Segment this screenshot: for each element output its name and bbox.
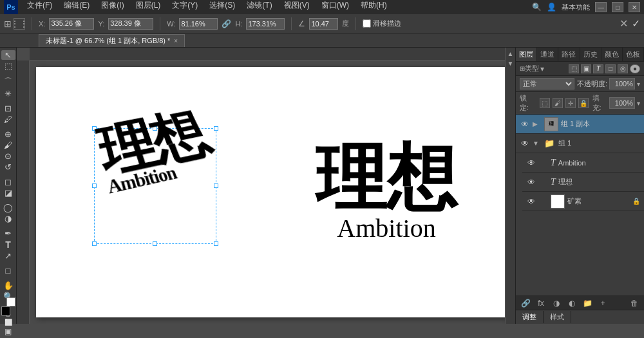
workspace-label[interactable]: 基本功能 bbox=[562, 3, 590, 12]
h-input[interactable] bbox=[246, 18, 285, 30]
menu-view[interactable]: 视图(V) bbox=[281, 0, 312, 14]
menu-edit[interactable]: 编辑(E) bbox=[61, 0, 92, 14]
maximize-btn[interactable]: □ bbox=[612, 2, 623, 12]
blend-mode-select[interactable]: 正常 bbox=[520, 78, 574, 89]
handle-ml[interactable] bbox=[92, 183, 97, 188]
menu-select[interactable]: 选择(S) bbox=[207, 0, 238, 14]
lock-all-btn[interactable]: 🔒 bbox=[578, 98, 589, 108]
filter-pixel-btn[interactable]: ⬚ bbox=[569, 64, 579, 73]
new-fill-btn[interactable]: ◐ bbox=[566, 298, 578, 308]
tab-paths[interactable]: 路径 bbox=[558, 48, 580, 61]
lock-transparent-btn[interactable]: ⬚ bbox=[540, 98, 550, 108]
blur-tool[interactable]: ◯ bbox=[1, 203, 15, 212]
opacity-dropdown[interactable]: ▾ bbox=[637, 80, 640, 88]
tab-swatches[interactable]: 色板 bbox=[623, 48, 644, 61]
tab-history[interactable]: 历史 bbox=[580, 48, 601, 61]
menu-image[interactable]: 图像(I) bbox=[99, 0, 126, 14]
handle-bm[interactable] bbox=[153, 241, 157, 246]
handle-br[interactable] bbox=[214, 241, 218, 246]
link-layers-btn[interactable]: 🔗 bbox=[520, 298, 531, 308]
lock-position-btn[interactable]: ✛ bbox=[565, 98, 576, 108]
vert-btn1[interactable]: ▲ bbox=[507, 50, 514, 57]
eraser-tool[interactable]: ◻ bbox=[1, 177, 15, 187]
pen-tool[interactable]: ✒ bbox=[1, 229, 15, 238]
filter-adjust-btn[interactable]: ▣ bbox=[581, 64, 591, 73]
brush-tool[interactable]: 🖌 bbox=[1, 140, 15, 150]
lock-image-btn[interactable]: 🖌 bbox=[553, 98, 563, 108]
new-layer-btn[interactable]: + bbox=[597, 298, 609, 308]
layer-item-group1[interactable]: 👁 ▼ 📁 组 1 bbox=[516, 134, 644, 153]
dodge-tool[interactable]: ◑ bbox=[1, 214, 15, 223]
menu-layer[interactable]: 图层(L) bbox=[133, 0, 164, 14]
history-brush-tool[interactable]: ↺ bbox=[1, 162, 15, 172]
tab-layers[interactable]: 图层 bbox=[516, 48, 537, 61]
quick-mask[interactable]: ⬜ bbox=[1, 319, 15, 326]
opacity-input[interactable] bbox=[609, 78, 635, 89]
filter-text-btn[interactable]: T bbox=[593, 64, 603, 73]
menu-window[interactable]: 窗口(W) bbox=[319, 0, 352, 14]
screen-mode[interactable]: ▣ bbox=[1, 327, 15, 336]
fill-input[interactable] bbox=[609, 97, 635, 109]
close-btn[interactable]: ✕ bbox=[629, 2, 640, 12]
y-input[interactable] bbox=[108, 18, 153, 30]
layer-item-group1-copy[interactable]: 👁 ▶ 理 组 1 副本 bbox=[516, 115, 644, 134]
layer-arrow-2[interactable]: ▼ bbox=[533, 140, 542, 147]
layer-vis-4[interactable]: 👁 bbox=[526, 177, 536, 187]
lock-icons-group: ⬚ 🖌 ✛ 🔒 bbox=[540, 98, 589, 108]
eyedropper-tool[interactable]: 🖊 bbox=[1, 115, 15, 124]
vert-btn2[interactable]: ▼ bbox=[507, 60, 514, 67]
confirm-transform-btn[interactable]: ✓ bbox=[632, 17, 640, 30]
new-group-btn[interactable]: 📁 bbox=[582, 298, 593, 308]
text-tool[interactable]: T bbox=[1, 239, 15, 250]
angle-input[interactable] bbox=[309, 18, 338, 30]
layer-item-fill[interactable]: 👁 矿素 🔒 bbox=[522, 192, 644, 211]
fill-tool[interactable]: ◪ bbox=[1, 188, 15, 198]
w-input[interactable] bbox=[179, 18, 218, 30]
cancel-transform-btn[interactable]: ✕ bbox=[620, 17, 628, 30]
shape-tool[interactable]: □ bbox=[1, 266, 15, 276]
crop-tool[interactable]: ⊡ bbox=[1, 104, 15, 113]
minimize-btn[interactable]: — bbox=[595, 2, 607, 12]
hand-tool[interactable]: ✋ bbox=[1, 281, 15, 290]
move-tool[interactable]: ↖ bbox=[1, 50, 15, 60]
fill-dropdown[interactable]: ▾ bbox=[637, 100, 640, 107]
delete-layer-btn[interactable]: 🗑 bbox=[629, 298, 640, 308]
layer-vis-5[interactable]: 👁 bbox=[526, 196, 536, 207]
lasso-tool[interactable]: ⌒ bbox=[1, 76, 15, 88]
heal-tool[interactable]: ⊕ bbox=[1, 129, 15, 139]
add-style-btn[interactable]: fx bbox=[535, 298, 547, 308]
bg-color-swatch[interactable] bbox=[6, 297, 15, 306]
filter-shape-btn[interactable]: □ bbox=[605, 64, 616, 73]
layer-vis-1[interactable]: 👁 bbox=[520, 119, 530, 129]
filter-on-btn[interactable]: ● bbox=[630, 64, 640, 73]
path-select-tool[interactable]: ↗ bbox=[1, 251, 15, 261]
layer-vis-2[interactable]: 👁 bbox=[520, 138, 530, 149]
add-mask-btn[interactable]: ◑ bbox=[551, 298, 562, 308]
handle-tr[interactable] bbox=[214, 126, 218, 131]
layer-item-lixiang[interactable]: 👁 T 理想 bbox=[522, 173, 644, 192]
canvas[interactable]: 理想 Ambition 理想 Ambition bbox=[36, 67, 509, 317]
handle-mr[interactable] bbox=[214, 183, 218, 188]
menu-filter[interactable]: 滤镜(T) bbox=[244, 0, 274, 14]
handle-bl[interactable] bbox=[92, 241, 97, 246]
tab-channels[interactable]: 通道 bbox=[537, 48, 558, 61]
magic-select-tool[interactable]: ✳ bbox=[1, 89, 15, 99]
menu-text[interactable]: 文字(Y) bbox=[169, 0, 200, 14]
tab-color[interactable]: 颜色 bbox=[601, 48, 623, 61]
menu-file[interactable]: 文件(F) bbox=[24, 0, 55, 14]
styles-tab[interactable]: 样式 bbox=[544, 311, 571, 323]
adjustments-tab[interactable]: 调整 bbox=[516, 311, 544, 323]
x-input[interactable] bbox=[49, 18, 94, 30]
tab-close[interactable]: × bbox=[174, 37, 178, 44]
layer-arrow-1[interactable]: ▶ bbox=[533, 120, 542, 127]
document-tab[interactable]: 未标题-1 @ 66.7% (组 1 副本, RGB/8) * × bbox=[39, 34, 185, 47]
layer-vis-3[interactable]: 👁 bbox=[526, 158, 536, 168]
layer-item-ambition[interactable]: 👁 T Ambition bbox=[522, 153, 644, 173]
menu-help[interactable]: 帮助(H) bbox=[358, 0, 390, 14]
filter-dropdown[interactable]: ▾ bbox=[540, 64, 544, 73]
select-tool[interactable]: ⬚ bbox=[1, 61, 15, 71]
fg-color-swatch[interactable] bbox=[1, 306, 10, 315]
filter-smart-btn[interactable]: ◎ bbox=[618, 64, 628, 73]
clone-tool[interactable]: ⊙ bbox=[1, 151, 15, 161]
stroke-checkbox[interactable] bbox=[363, 19, 371, 28]
